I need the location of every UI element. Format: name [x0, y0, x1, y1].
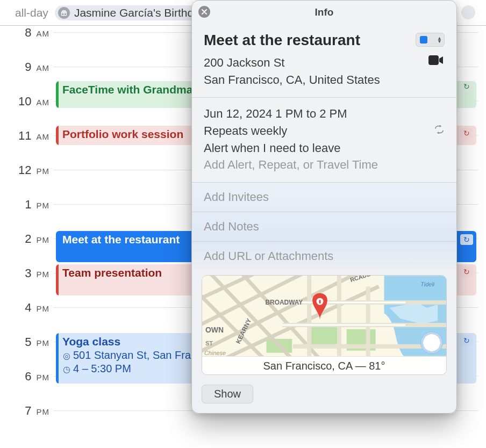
allday-event-pill[interactable]: Jasmine García's Birthday [55, 5, 213, 20]
hour-label: 8 AM [0, 26, 49, 40]
svg-text:Chinese: Chinese [204, 350, 226, 356]
gift-icon [58, 7, 70, 19]
hour-label: 1 PM [0, 198, 49, 212]
hour-row: 7 PM [0, 410, 486, 445]
hour-label: 2 PM [0, 232, 49, 246]
calendar-color-select[interactable]: ▲▼ [416, 33, 445, 47]
pin-icon: ◎ [62, 351, 71, 361]
hour-label: 9 AM [0, 60, 49, 74]
facetime-button[interactable] [427, 54, 445, 66]
recur-icon: ↻ [460, 234, 473, 245]
show-button[interactable]: Show [202, 385, 253, 403]
event-address-line2[interactable]: San Francisco, CA, United States [204, 71, 380, 89]
recur-icon: ↻ [460, 266, 473, 277]
event-stripe [56, 264, 59, 295]
repeat-icon [434, 125, 445, 136]
stepper-icon: ▲▼ [437, 37, 442, 43]
allday-overflow [461, 5, 475, 19]
hour-label: 7 PM [0, 404, 49, 418]
svg-rect-29 [319, 300, 321, 304]
event-stripe [56, 81, 59, 108]
add-alert-row[interactable]: Add Alert, Repeat, or Travel Time [204, 156, 445, 174]
hour-label: 4 PM [0, 301, 49, 315]
add-notes[interactable]: Add Notes [192, 212, 456, 241]
event-alert[interactable]: Alert when I need to leave [204, 140, 445, 157]
event-title: Portfolio work session [62, 128, 183, 140]
svg-rect-1 [428, 55, 439, 65]
event-address-line1[interactable]: 200 Jackson St [204, 54, 380, 71]
hour-label: 11 AM [0, 129, 49, 143]
hour-label: 12 PM [0, 163, 49, 177]
event-title: FaceTime with Grandma [62, 83, 192, 96]
recur-icon: ↻ [460, 81, 473, 92]
svg-text:BROADWAY: BROADWAY [265, 299, 303, 306]
map-caption: San Francisco, CA — 81° [202, 356, 446, 375]
event-title: Team presentation [62, 266, 162, 279]
event-stripe [56, 333, 59, 384]
add-invitees[interactable]: Add Invitees [192, 182, 456, 212]
hour-label: 3 PM [0, 266, 49, 280]
map-preview[interactable]: BROADWAY KEARNY OWN ST Chinese RCADERO T… [202, 275, 447, 375]
hour-label: 6 PM [0, 370, 49, 384]
recur-icon: ↻ [460, 128, 473, 139]
event-title: Yoga class [62, 335, 120, 348]
event-title-input[interactable]: Meet at the restaurant [204, 32, 380, 49]
svg-text:OWN: OWN [205, 326, 224, 334]
add-attachments[interactable]: Add URL or Attachments [192, 241, 456, 273]
datetime-section: Jun 12, 2024 1 PM to 2 PM Repeats weekly… [192, 97, 456, 183]
allday-event-title: Jasmine García's Birthday [74, 6, 205, 19]
event-datetime[interactable]: Jun 12, 2024 1 PM to 2 PM [204, 105, 445, 122]
event-title: Meet at the restaurant [62, 233, 180, 245]
svg-text:ST: ST [205, 340, 213, 346]
event-stripe [56, 126, 59, 145]
title-section: Meet at the restaurant 200 Jackson St Sa… [192, 24, 456, 97]
event-repeat[interactable]: Repeats weekly [204, 122, 287, 140]
hour-label: 5 PM [0, 335, 49, 349]
recur-icon: ↻ [460, 335, 473, 346]
hour-label: 10 AM [0, 95, 49, 109]
map-svg: BROADWAY KEARNY OWN ST Chinese RCADERO T… [202, 276, 446, 356]
close-button[interactable] [198, 6, 210, 18]
clock-icon: ◷ [62, 364, 71, 374]
popover-header: Info [192, 1, 456, 24]
svg-text:Tideli: Tideli [420, 281, 435, 288]
allday-label: all-day [15, 6, 48, 19]
popover-title: Info [315, 6, 334, 18]
event-info-popover: Info Meet at the restaurant 200 Jackson … [191, 0, 457, 414]
calendar-swatch [420, 36, 427, 44]
